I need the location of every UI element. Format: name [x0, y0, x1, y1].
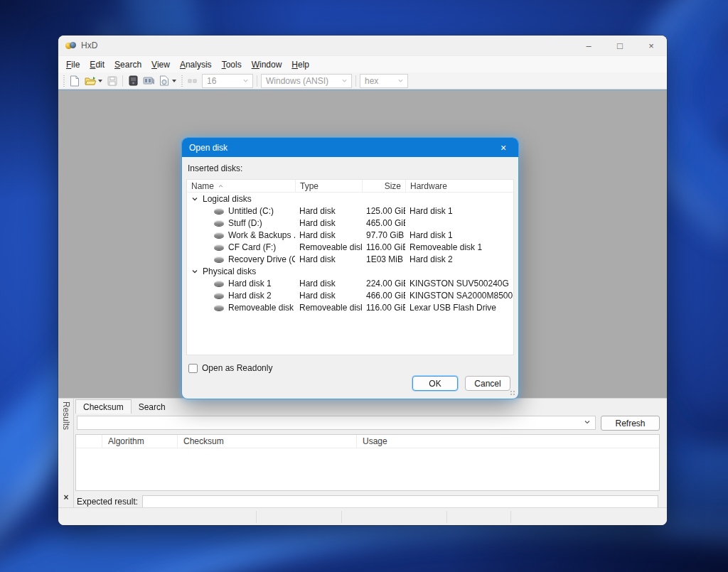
- dialog-resize-grip[interactable]: [510, 390, 515, 396]
- disk-row[interactable]: Work & Backups ... Hard disk 97.70 GiB H…: [187, 229, 513, 241]
- dialog-body: Inserted disks: Name Type Size Hardware …: [182, 157, 518, 399]
- results-side-strip: Results ×: [58, 399, 74, 507]
- disk-row[interactable]: Hard disk 1 Hard disk 224.00 GiB KINGSTO…: [187, 277, 513, 289]
- window-title: HxD: [81, 41, 97, 50]
- disk-icon: [214, 305, 224, 311]
- open-file-icon[interactable]: [82, 74, 98, 88]
- refresh-button[interactable]: Refresh: [601, 416, 660, 431]
- group-label: Logical disks: [203, 194, 252, 204]
- disk-size: 466.00 GiB: [362, 291, 405, 301]
- new-file-icon[interactable]: [67, 74, 82, 88]
- column-header-algorithm[interactable]: Algorithm: [102, 435, 177, 448]
- dialog-titlebar[interactable]: Open disk ×: [182, 138, 518, 157]
- readonly-option[interactable]: Open as Readonly: [188, 363, 272, 373]
- disk-row[interactable]: Stuff (D:) Hard disk 465.00 GiB: [187, 217, 513, 229]
- window-titlebar[interactable]: HxD – □ ×: [58, 36, 667, 55]
- expected-result-input[interactable]: [142, 495, 658, 508]
- results-panel-label: Results: [61, 401, 71, 430]
- disk-name: CF Card (F:): [228, 242, 276, 252]
- toolbar-grip[interactable]: [62, 75, 65, 87]
- disk-size: 1E03 MiB: [362, 254, 405, 264]
- tree-group-row[interactable]: Physical disks: [187, 265, 513, 277]
- disk-hardware: Lexar USB Flash Drive: [405, 303, 513, 313]
- column-header-size[interactable]: Size: [362, 180, 405, 192]
- column-header-checksum[interactable]: Checksum: [177, 435, 356, 448]
- statusbar-divider: [341, 511, 342, 523]
- statusbar: [58, 507, 667, 525]
- expected-result-row: Expected result:: [77, 495, 658, 508]
- disk-type: Hard disk: [295, 279, 362, 288]
- disk-type: Hard disk: [295, 291, 362, 301]
- disk-size: 116.00 GiB: [362, 303, 405, 313]
- chevron-expanded-icon[interactable]: [191, 195, 198, 203]
- disk-icon: [214, 293, 224, 298]
- group-name-cell: Physical disks: [187, 266, 513, 276]
- disk-icon: [214, 208, 224, 214]
- disk-hardware: KINGSTON SUV500240G: [405, 279, 513, 288]
- disk-name: Stuff (D:): [228, 218, 262, 228]
- readonly-label: Open as Readonly: [202, 363, 272, 373]
- disk-image-dropdown-icon[interactable]: [172, 80, 176, 82]
- column-header-blank[interactable]: [76, 435, 102, 448]
- ok-button[interactable]: OK: [412, 376, 458, 391]
- disk-name-cell: Stuff (D:): [187, 218, 295, 228]
- results-close-button[interactable]: ×: [60, 492, 72, 503]
- disk-hardware: Hard disk 1: [405, 206, 513, 216]
- disk-type: Removeable disk: [295, 303, 362, 313]
- tab-search[interactable]: Search: [132, 400, 173, 414]
- disk-size: 465.00 GiB: [362, 218, 405, 228]
- disk-row[interactable]: Removeable disk 1 Removeable disk 116.00…: [187, 301, 513, 313]
- column-header-name[interactable]: Name: [187, 180, 295, 192]
- cancel-button[interactable]: Cancel: [465, 376, 510, 391]
- encoding-combo[interactable]: Windows (ANSI): [261, 74, 352, 88]
- open-disk-image-icon[interactable]: [156, 74, 172, 88]
- bytes-per-row-combo[interactable]: 16: [202, 74, 253, 88]
- disk-row[interactable]: Untitled (C:) Hard disk 125.00 GiB Hard …: [187, 205, 513, 217]
- disk-size: 125.00 GiB: [362, 206, 405, 216]
- checksum-algorithm-combo[interactable]: [77, 416, 596, 430]
- minimize-button[interactable]: –: [573, 36, 604, 55]
- readonly-checkbox[interactable]: [188, 364, 198, 373]
- menu-edit[interactable]: Edit: [85, 58, 109, 72]
- encoding-value: Windows (ANSI): [266, 76, 328, 86]
- column-header-hardware[interactable]: Hardware: [405, 180, 513, 192]
- chevron-expanded-icon[interactable]: [191, 268, 198, 275]
- toolbar-separator2: [257, 75, 257, 87]
- tab-checksum[interactable]: Checksum: [75, 399, 132, 414]
- column-header-type[interactable]: Type: [295, 180, 362, 192]
- inserted-disks-label: Inserted disks:: [188, 163, 242, 173]
- toolbar-grip2[interactable]: [180, 75, 183, 87]
- offset-base-combo[interactable]: hex: [360, 74, 408, 88]
- dialog-close-button[interactable]: ×: [488, 138, 518, 157]
- disk-listview: Name Type Size Hardware Logical disks Un…: [186, 179, 514, 355]
- tree-group-row[interactable]: Logical disks: [187, 193, 513, 205]
- menu-file[interactable]: File: [61, 58, 85, 72]
- maximize-button[interactable]: □: [604, 36, 636, 55]
- open-disk-icon[interactable]: [125, 74, 141, 88]
- menu-tools[interactable]: Tools: [217, 58, 247, 72]
- disk-row[interactable]: Hard disk 2 Hard disk 466.00 GiB KINGSTO…: [187, 289, 513, 301]
- menu-view[interactable]: View: [146, 58, 175, 72]
- bytes-per-row-icon-disabled: [185, 74, 200, 88]
- open-ram-icon[interactable]: [141, 74, 156, 88]
- menu-help[interactable]: Help: [287, 58, 314, 72]
- disk-name-cell: Untitled (C:): [187, 206, 295, 216]
- disk-row[interactable]: Recovery Drive (G:) Hard disk 1E03 MiB H…: [187, 253, 513, 265]
- disk-row[interactable]: CF Card (F:) Removeable disk 116.00 GiB …: [187, 241, 513, 253]
- disk-name-cell: CF Card (F:): [187, 242, 295, 252]
- save-icon-disabled[interactable]: [105, 74, 120, 88]
- column-header-usage[interactable]: Usage: [356, 435, 439, 448]
- disk-size: 97.70 GiB: [362, 230, 405, 240]
- results-panel: Results × Checksum Search Refresh Algori…: [58, 398, 667, 507]
- dialog-title: Open disk: [189, 143, 228, 153]
- open-dropdown-icon[interactable]: [98, 80, 102, 82]
- close-button[interactable]: ×: [636, 36, 667, 55]
- offset-base-value: hex: [365, 76, 378, 86]
- disk-icon: [214, 281, 224, 286]
- disk-icon: [214, 257, 224, 262]
- disk-hardware: KINGSTON SA2000M8500G: [405, 291, 513, 301]
- menu-analysis[interactable]: Analysis: [175, 58, 217, 72]
- menu-search[interactable]: Search: [109, 58, 146, 72]
- disk-icon: [214, 244, 224, 250]
- menu-window[interactable]: Window: [247, 58, 287, 72]
